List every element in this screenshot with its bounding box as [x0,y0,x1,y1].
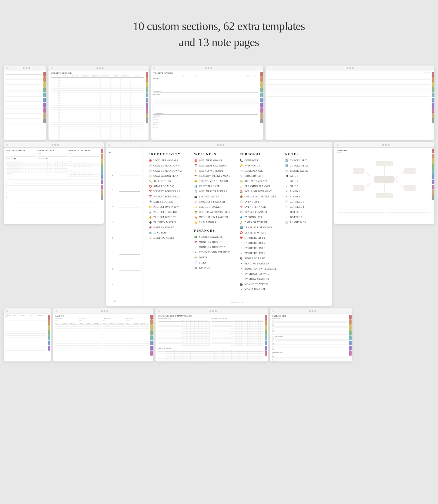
menu-arrow[interactable]: ▾ [107,150,112,155]
menu-item[interactable]: 🎬MOVIES TO WATCH [240,283,280,286]
tab-green[interactable] [150,330,153,335]
tab-green[interactable] [146,87,148,92]
menu-item[interactable]: 📊PROJECT TIMELINE [149,210,189,214]
menu-item[interactable]: 💊MEDICATION TRACKER [194,216,235,219]
tab-orange[interactable] [101,154,103,159]
menu-item[interactable]: ⊞GRID 1 [285,174,326,178]
tab-yellow[interactable] [101,159,103,164]
tab-orange[interactable] [349,320,352,325]
menu-item[interactable]: 📄CORNELL 1 [285,200,326,203]
menu-item[interactable]: •INCOMES AND EXPENSES [194,251,235,254]
menu-item[interactable]: 📋GOAL ACTION PLAN [149,174,189,178]
tab-purple[interactable] [260,103,263,108]
tab-gray[interactable] [432,118,434,123]
tab-purple[interactable] [146,103,148,108]
tab-red[interactable] [349,315,352,320]
tab-yellow[interactable] [260,82,263,87]
tab-red[interactable] [432,149,434,153]
tab-pink[interactable] [43,108,46,113]
menu-item[interactable]: ☑️CHECKLIST X4 [285,159,326,162]
tab-orange[interactable] [43,77,46,82]
tab-yellow[interactable] [432,159,434,164]
menu-item[interactable]: •GRID 2 [285,180,326,183]
tab-tan[interactable] [101,190,103,195]
tab-teal[interactable] [101,169,103,174]
menu-item[interactable]: 👨‍⚕️DOCTOR APPOINTMENTS [194,210,235,214]
tab-red[interactable] [43,72,46,77]
tab-orange[interactable] [146,77,148,82]
menu-item[interactable]: •FAVORITE LIST 2 [240,241,280,245]
menu-item[interactable]: 🎯LONG-TERM GOALS [149,159,189,162]
tab-blue[interactable] [349,341,352,345]
menu-item[interactable]: 📊HABIT TRACKER [194,185,235,188]
tab-gray[interactable] [146,118,148,123]
menu-item[interactable]: ❤️FAVORITE LIST 1 [240,236,280,240]
tab-blue[interactable] [48,341,50,345]
menu-item[interactable]: 💳DEBTS [194,256,235,259]
tab-yellow[interactable] [432,82,434,87]
menu-item[interactable]: ⬜BLANK PAGE [285,221,326,224]
menu-item[interactable]: •TV-SHOW TRACKER [240,277,280,281]
menu-item[interactable]: •BOOK REVIEW TEMPLATE [240,267,280,270]
tab-yellow[interactable] [43,82,46,87]
tab-teal[interactable] [349,335,352,340]
tab-tan[interactable] [260,113,263,118]
tab-blue[interactable] [260,98,263,102]
menu-item[interactable]: 📚BOOKS TO READ [240,257,280,260]
menu-item[interactable]: ✈️TRAVEL PLANNER [240,210,280,214]
tab-blue[interactable] [101,174,103,179]
tab-pink[interactable] [349,351,352,356]
menu-item[interactable]: ⬜BLANK TABLE [285,169,326,173]
tab-green[interactable] [265,330,267,335]
menu-item[interactable]: 💵YEARLY FINANCES [194,235,235,239]
tab-teal[interactable] [260,92,263,97]
tab-green[interactable] [432,164,434,169]
tab-red[interactable] [150,315,153,320]
menu-item[interactable]: 📷BEFORE / AFTER [194,195,235,198]
tab-purple[interactable] [349,346,352,351]
tab-teal[interactable] [265,335,267,340]
tab-purple[interactable] [432,180,434,184]
menu-item[interactable]: ≡LINED 1 [285,190,326,193]
tab-teal[interactable] [432,92,434,97]
menu-item[interactable]: •DOTTED 2 [285,216,326,219]
menu-item[interactable]: 📅WELLNESS CALENDAR [194,164,235,167]
tab-pink[interactable] [265,351,267,356]
tab-purple[interactable] [101,180,103,184]
tab-green[interactable] [48,330,50,335]
tab-green[interactable] [101,164,103,169]
tab-tan[interactable] [146,113,148,118]
menu-item[interactable]: 📋GOALS BREAKDOWN 1 [149,164,189,167]
menu-item[interactable]: 📋EVENT LIST [240,200,280,203]
menu-item[interactable]: 📅MONTHLY BUDGET 1 [194,240,235,244]
tab-orange[interactable] [48,320,50,325]
menu-item[interactable]: ➕PRIORITY MATRIX [149,221,189,224]
tab-red[interactable] [48,315,50,320]
tab-purple[interactable] [43,103,46,108]
menu-item[interactable]: 📋WELLNESS TRACKERS [194,190,235,193]
tab-red[interactable] [265,315,267,320]
menu-item[interactable]: 🥗HEALTHY WEEKLY MENU [194,174,235,178]
menu-item[interactable]: ☑️CHECKLIST X8 [285,164,326,167]
menu-item[interactable]: 😊SYMPTOMS AND MOOD [194,180,235,183]
tab-yellow[interactable] [146,82,148,87]
menu-item[interactable]: ≡LINED 2 [285,195,326,198]
menu-item[interactable]: ✏️REFLECTIONS [149,180,189,183]
menu-item[interactable]: 🏠HOME IMPROVEMENT [240,190,280,193]
menu-item[interactable]: •GRID 3 [285,185,326,188]
tab-purple[interactable] [432,103,434,108]
menu-item[interactable]: •READING TRACKER [240,262,280,265]
tab-purple[interactable] [150,346,153,351]
tab-pink[interactable] [432,185,434,190]
tab-tan[interactable] [43,113,46,118]
menu-item[interactable]: 🏋️WEEKLY WORKOUT [194,169,235,173]
menu-item[interactable]: •FAVORITE LIST 4 [240,252,280,255]
tab-yellow[interactable] [265,325,267,330]
tab-blue[interactable] [146,98,148,102]
menu-item[interactable]: •DOTTED 1 [285,210,326,214]
menu-item[interactable]: •TV-SHOWS TO WATCH [240,272,280,276]
menu-item[interactable]: 🧹CLEANING PLANNER [240,185,280,188]
menu-item[interactable]: •CORNELL 2 [285,205,326,209]
tab-orange[interactable] [260,77,263,82]
tab-orange[interactable] [432,77,434,82]
